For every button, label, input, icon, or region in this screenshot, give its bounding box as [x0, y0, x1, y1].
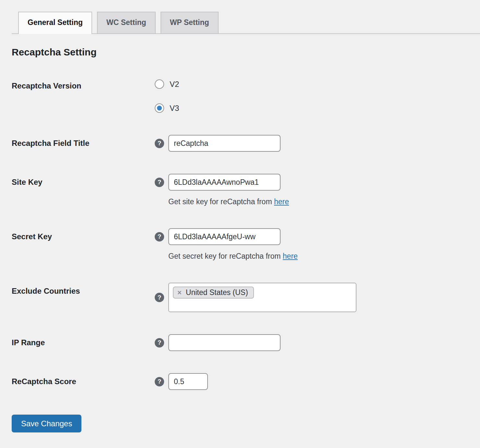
country-tag-label: United States (US) — [186, 288, 248, 297]
exclude-countries-label: Exclude Countries — [12, 283, 155, 312]
tab-general-setting[interactable]: General Setting — [18, 12, 92, 34]
site-key-here-link[interactable]: here — [274, 197, 289, 206]
help-icon[interactable]: ? — [155, 232, 164, 242]
row-recaptcha-version: Recaptcha Version V2 V3 — [12, 79, 480, 113]
exclude-countries-select[interactable]: × United States (US) — [168, 283, 356, 312]
recaptcha-version-label: Recaptcha Version — [12, 79, 155, 113]
recaptcha-score-input[interactable] — [168, 373, 208, 390]
secret-key-input[interactable] — [168, 228, 281, 245]
remove-tag-icon[interactable]: × — [177, 289, 182, 296]
radio-v3-label: V3 — [170, 104, 179, 113]
row-ip-range: IP Range ? — [12, 334, 480, 351]
row-recaptcha-field-title: Recaptcha Field Title ? — [12, 135, 480, 152]
save-changes-button[interactable]: Save Changes — [12, 415, 81, 432]
recaptcha-settings-form: Recaptcha Version V2 V3 Recaptcha Field … — [12, 79, 480, 390]
secret-key-here-link[interactable]: here — [283, 252, 298, 260]
tab-wc-setting[interactable]: WC Setting — [97, 12, 156, 33]
radio-v2[interactable] — [155, 79, 164, 89]
help-icon[interactable]: ? — [155, 377, 164, 386]
row-recaptcha-score: ReCaptcha Score ? — [12, 373, 480, 390]
ip-range-label: IP Range — [12, 334, 155, 351]
row-site-key: Site Key ? Get site key for reCaptcha fr… — [12, 174, 480, 206]
recaptcha-field-title-label: Recaptcha Field Title — [12, 135, 155, 152]
recaptcha-field-title-input[interactable] — [168, 135, 281, 152]
radio-option-v2[interactable]: V2 — [155, 79, 179, 89]
site-key-label: Site Key — [12, 174, 155, 206]
radio-option-v3[interactable]: V3 — [155, 103, 179, 113]
row-secret-key: Secret Key ? Get secret key for reCaptch… — [12, 228, 480, 261]
help-icon[interactable]: ? — [155, 139, 164, 148]
settings-tab-bar: General Setting WC Setting WP Setting — [12, 12, 480, 34]
secret-key-label: Secret Key — [12, 228, 155, 261]
country-tag: × United States (US) — [173, 287, 254, 299]
help-icon[interactable]: ? — [155, 178, 164, 187]
ip-range-input[interactable] — [168, 334, 281, 351]
tab-wp-setting[interactable]: WP Setting — [161, 12, 219, 33]
site-key-description: Get site key for reCaptcha from here — [168, 197, 289, 206]
secret-key-description: Get secret key for reCaptcha from here — [168, 252, 298, 261]
radio-v2-label: V2 — [170, 80, 179, 89]
recaptcha-score-label: ReCaptcha Score — [12, 373, 155, 390]
site-key-input[interactable] — [168, 174, 281, 191]
help-icon[interactable]: ? — [155, 338, 164, 348]
page-title: Recaptcha Setting — [12, 46, 480, 58]
settings-page: General Setting WC Setting WP Setting Re… — [0, 0, 480, 432]
help-icon[interactable]: ? — [155, 293, 164, 302]
row-exclude-countries: Exclude Countries ? × United States (US) — [12, 283, 480, 312]
radio-v3[interactable] — [155, 103, 164, 113]
